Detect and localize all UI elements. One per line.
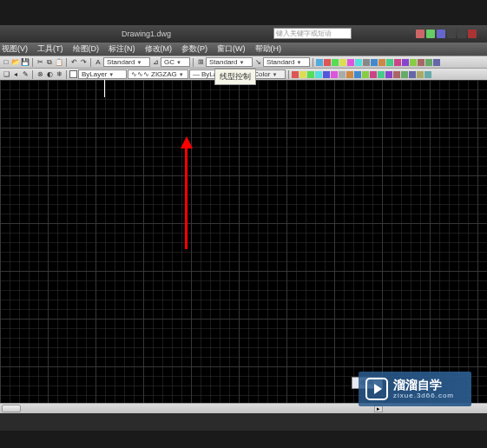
- toolbar-row-1: □ 📂 💾 ✂ ⧉ 📋 ↶ ↷ A Standard ▼ ⊿ GC ▼ ⊞ St…: [0, 56, 487, 68]
- tool-icon[interactable]: [378, 71, 385, 78]
- tool-icon[interactable]: [299, 71, 306, 78]
- redo-icon[interactable]: ↷: [79, 58, 88, 67]
- icon-1[interactable]: [416, 30, 424, 38]
- linetype-dropdown[interactable]: ∿∿∿ ZIGZAG ▼: [128, 69, 188, 79]
- dim-style-dropdown[interactable]: GC ▼: [161, 57, 190, 67]
- menu-view[interactable]: 视图(V): [2, 43, 28, 55]
- tool-icon[interactable]: [424, 71, 431, 78]
- tool-icon[interactable]: [324, 59, 331, 66]
- paste-icon[interactable]: 📋: [55, 58, 63, 67]
- tool-icon[interactable]: [418, 59, 424, 66]
- icon-2[interactable]: [426, 30, 435, 38]
- tool-icon[interactable]: [409, 71, 416, 78]
- tool-icon[interactable]: [378, 59, 385, 66]
- text-style-dropdown[interactable]: Standard ▼: [103, 57, 150, 67]
- tool-icon[interactable]: [363, 59, 370, 66]
- menu-tools[interactable]: 工具(T): [37, 43, 63, 55]
- tool-icon[interactable]: [347, 59, 354, 66]
- tool-icon[interactable]: [315, 71, 322, 78]
- cut-icon[interactable]: ✂: [36, 58, 44, 67]
- title-bar: Drawing1.dwg 键入关键字或短语: [0, 25, 487, 43]
- color-swatch[interactable]: [69, 70, 77, 78]
- tool-icon[interactable]: [354, 71, 361, 78]
- save-icon[interactable]: 💾: [21, 58, 30, 67]
- tool-icon[interactable]: [386, 59, 393, 66]
- menu-help[interactable]: 帮助(H): [255, 43, 282, 55]
- chevron-down-icon: ▼: [179, 72, 184, 77]
- layer-icon[interactable]: ❑: [2, 70, 10, 79]
- tool-icon[interactable]: [371, 59, 378, 66]
- text-style-icon[interactable]: A: [94, 58, 102, 67]
- grid: [0, 80, 487, 413]
- table-style-dropdown[interactable]: Standard ▼: [206, 57, 253, 67]
- watermark-url: zixue.3d66.com: [393, 392, 454, 399]
- menu-dim[interactable]: 标注(N): [109, 43, 135, 55]
- tool-icon[interactable]: [401, 71, 408, 78]
- menu-param[interactable]: 参数(P): [181, 43, 207, 55]
- open-icon[interactable]: 📂: [11, 58, 20, 67]
- close-icon[interactable]: [468, 30, 477, 38]
- tool-icon[interactable]: [339, 59, 346, 66]
- new-icon[interactable]: □: [2, 58, 10, 67]
- tool-icon[interactable]: [355, 59, 362, 66]
- tool-icon[interactable]: [346, 71, 353, 78]
- scrollbar-thumb[interactable]: [2, 405, 21, 412]
- tool-icon[interactable]: [307, 71, 314, 78]
- mleader-icon[interactable]: ↘: [253, 58, 262, 67]
- tool-icon[interactable]: [417, 71, 424, 78]
- tool-icon[interactable]: [385, 71, 392, 78]
- tool-icon[interactable]: [425, 59, 432, 66]
- layer-prev-icon[interactable]: ◂: [11, 70, 20, 79]
- tool-icon[interactable]: [394, 59, 401, 66]
- watermark: 溜溜自学 zixue.3d66.com: [359, 372, 471, 406]
- tool-icon[interactable]: [332, 59, 339, 66]
- menu-draw[interactable]: 绘图(D): [73, 43, 100, 55]
- chevron-down-icon: ▼: [296, 60, 301, 65]
- watermark-brand: 溜溜自学: [393, 379, 454, 392]
- copy-icon[interactable]: ⧉: [45, 58, 54, 67]
- color-dropdown[interactable]: ByLayer ▼: [78, 69, 127, 79]
- freeze-icon[interactable]: ❄: [55, 70, 63, 79]
- chevron-down-icon: ▼: [109, 72, 114, 77]
- undo-icon[interactable]: ↶: [69, 58, 78, 67]
- window-controls: [416, 30, 477, 38]
- search-input[interactable]: 键入关键字或短语: [273, 28, 352, 39]
- mleader-dropdown[interactable]: Standard ▼: [263, 57, 310, 67]
- maximize-icon[interactable]: [457, 30, 466, 38]
- text-style-value: Standard: [107, 58, 135, 66]
- linetype-preview: ∿∿∿: [131, 70, 149, 78]
- tool-icon[interactable]: [339, 71, 346, 78]
- color-value: ByLayer: [82, 70, 107, 78]
- menu-modify[interactable]: 修改(M): [145, 43, 173, 55]
- tool-icon[interactable]: [323, 71, 330, 78]
- tool-icon[interactable]: [433, 59, 440, 66]
- toolbar2-icons-right: [292, 71, 431, 78]
- chevron-down-icon: ▼: [272, 72, 277, 77]
- layer-prop-icon[interactable]: ✎: [21, 70, 30, 79]
- linetype-value: ZIGZAG: [151, 70, 177, 78]
- crosshair-vertical: [104, 80, 105, 97]
- layer-state-icon[interactable]: ◐: [45, 70, 54, 79]
- match-icon[interactable]: ⊗: [36, 70, 44, 79]
- tool-icon[interactable]: [331, 71, 338, 78]
- dim-style-icon[interactable]: ⊿: [151, 58, 160, 67]
- tooltip-linetype: 线型控制: [214, 69, 256, 85]
- table-style-icon[interactable]: ⊞: [196, 58, 205, 67]
- play-icon: [365, 378, 388, 400]
- tool-icon[interactable]: [370, 71, 377, 78]
- icon-3[interactable]: [437, 30, 445, 38]
- tool-icon[interactable]: [292, 71, 299, 78]
- tool-icon[interactable]: [316, 59, 323, 66]
- tool-icon[interactable]: [402, 59, 409, 66]
- minimize-icon[interactable]: [447, 30, 456, 38]
- table-style-value: Standard: [209, 58, 237, 66]
- toolbar-icons-right: [316, 59, 440, 66]
- menu-window[interactable]: 窗口(W): [217, 43, 246, 55]
- tool-icon[interactable]: [362, 71, 369, 78]
- tool-icon[interactable]: [393, 71, 400, 78]
- menu-bar: 视图(V) 工具(T) 绘图(D) 标注(N) 修改(M) 参数(P) 窗口(W…: [0, 43, 487, 56]
- dim-style-value: GC: [164, 58, 174, 66]
- chevron-down-icon: ▼: [176, 60, 181, 65]
- tool-icon[interactable]: [410, 59, 417, 66]
- drawing-canvas[interactable]: 模 布: [0, 80, 487, 413]
